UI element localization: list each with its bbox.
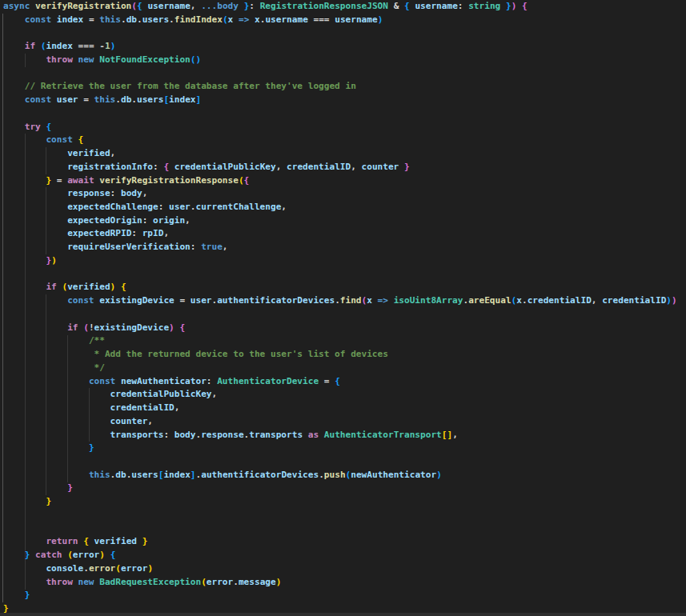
code-token [3, 430, 110, 440]
code-token: user [169, 202, 191, 212]
code-line[interactable] [3, 308, 686, 322]
code-token [3, 536, 46, 546]
code-line[interactable] [3, 509, 686, 522]
code-token: body [175, 430, 196, 440]
code-line[interactable]: /** [3, 334, 686, 348]
code-token: x [516, 295, 522, 306]
code-line[interactable]: async verifyRegistration({ username, ...… [3, 0, 686, 14]
code-line[interactable]: throw new NotFoundException() [3, 54, 686, 67]
code-token [3, 134, 46, 145]
code-token: } [89, 442, 94, 453]
code-line[interactable]: throw new BadRequestException(error.mess… [3, 576, 686, 590]
code-token: } [404, 162, 410, 172]
code-line[interactable] [3, 67, 686, 81]
code-token: expectedRPID [67, 228, 131, 238]
code-line[interactable]: * Add the returned device to the user's … [3, 348, 686, 362]
code-token: , [163, 228, 169, 238]
code-line[interactable]: expectedOrigin: origin, [3, 214, 686, 228]
code-line[interactable]: } [3, 482, 686, 495]
code-line[interactable]: // Retrieve the user from the database a… [3, 80, 686, 94]
code-token: verifyRegistrationResponse [99, 175, 239, 186]
code-token: : [249, 1, 259, 11]
code-line[interactable]: requireUserVerification: true, [3, 241, 686, 254]
code-line[interactable]: return { verified } [3, 535, 686, 549]
code-line[interactable]: const { [3, 134, 686, 147]
code-token: { [404, 1, 410, 11]
code-line[interactable] [3, 26, 686, 40]
code-line[interactable]: try { [3, 121, 686, 134]
code-line[interactable]: console.error(error) [3, 562, 686, 576]
code-token: const [46, 134, 78, 145]
code-line[interactable]: this.db.users[index].authentificatorDevi… [3, 469, 686, 482]
code-token: throw [46, 577, 78, 587]
code-line[interactable]: credentialID, [3, 402, 686, 415]
code-token [3, 94, 25, 105]
code-line[interactable]: } [3, 495, 686, 509]
code-token [3, 335, 89, 346]
code-token: AuthenticatorTransport [324, 430, 442, 440]
code-line[interactable]: registrationInfo: { credentialPublicKey,… [3, 161, 686, 174]
code-token: credentialID [602, 295, 666, 306]
code-token: newAuthenticator [351, 470, 436, 480]
code-token: === [78, 41, 100, 51]
code-line[interactable]: } = await verifyRegistrationResponse({ [3, 174, 686, 188]
code-token: ) [672, 295, 677, 306]
code-line[interactable] [3, 522, 686, 536]
code-token: try [25, 122, 46, 132]
code-token [3, 175, 46, 186]
code-token: . [121, 14, 126, 25]
code-token: : [191, 242, 201, 252]
code-token: newAuthenticator [121, 376, 207, 386]
code-token: . [335, 295, 340, 306]
code-token: this [89, 470, 110, 480]
code-token: index [169, 94, 195, 105]
code-line[interactable]: } [3, 589, 686, 602]
code-token: & [388, 1, 404, 11]
code-token: credentialID [110, 402, 175, 413]
code-line[interactable]: if (!existingDevice) { [3, 322, 686, 335]
code-line[interactable]: expectedRPID: rpID, [3, 227, 686, 241]
code-token: . [169, 14, 175, 25]
code-line[interactable] [3, 455, 686, 469]
code-token [115, 282, 121, 292]
code-token: // Retrieve the user from the database a… [25, 81, 356, 91]
code-line[interactable]: const user = this.db.users[index] [3, 94, 686, 107]
code-token [239, 1, 244, 11]
code-line[interactable]: const newAuthenticator: AuthenticatorDev… [3, 375, 686, 389]
code-line[interactable] [3, 268, 686, 282]
code-line[interactable] [3, 107, 686, 121]
code-line[interactable]: const existingDevice = user.authentifica… [3, 294, 686, 308]
code-line[interactable]: } [3, 442, 686, 455]
code-token: { [179, 322, 185, 333]
code-token: response [201, 430, 243, 440]
code-line[interactable]: if (verified) { [3, 281, 686, 294]
code-line[interactable]: }) [3, 254, 686, 268]
code-line[interactable]: transports: body.response.transports as … [3, 429, 686, 442]
code-token: * Add the returned device to the user's … [94, 349, 388, 359]
code-token: , [185, 215, 191, 226]
code-token: expectedOrigin [67, 215, 142, 226]
code-line[interactable]: credentialPublicKey, [3, 388, 686, 402]
code-token: ] [196, 94, 202, 105]
code-token: { [522, 1, 528, 11]
code-token: : [163, 430, 174, 440]
code-token: existingDevice [94, 322, 170, 333]
code-area[interactable]: async verifyRegistration({ username, ...… [0, 0, 686, 616]
code-line[interactable]: verified, [3, 147, 686, 161]
code-line[interactable]: const index = this.db.users.findIndex(x … [3, 14, 686, 27]
code-line[interactable]: response: body, [3, 187, 686, 201]
code-token: ...body [201, 1, 239, 11]
code-token: true [201, 242, 223, 252]
code-token: BadRequestException [99, 577, 201, 587]
code-line[interactable]: counter, [3, 415, 686, 429]
code-line[interactable]: */ [3, 362, 686, 375]
code-line[interactable]: } catch (error) { [3, 549, 686, 562]
code-line[interactable]: expectedChallenge: user.currentChallenge… [3, 201, 686, 214]
code-token: x [367, 295, 377, 306]
code-token: ] [191, 470, 196, 480]
code-token: verified [67, 282, 110, 292]
code-token: ) [110, 41, 116, 51]
code-token: index [46, 41, 78, 51]
code-editor[interactable]: async verifyRegistration({ username, ...… [0, 0, 686, 616]
code-line[interactable]: if (index === -1) [3, 40, 686, 54]
